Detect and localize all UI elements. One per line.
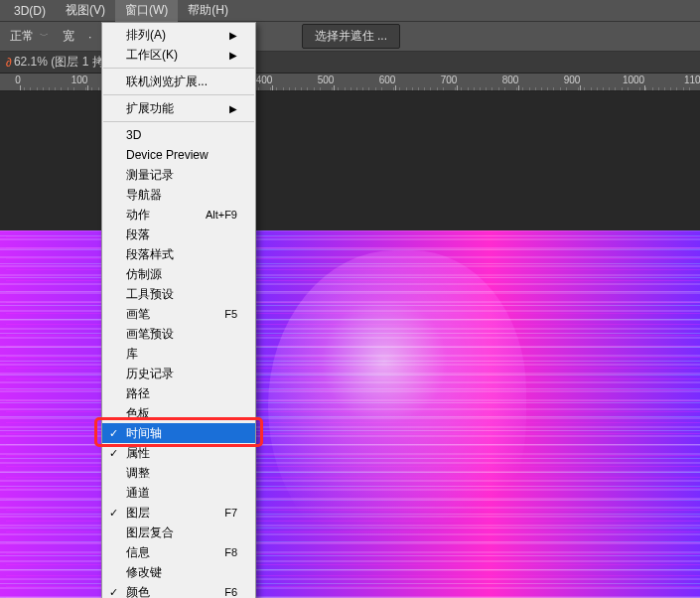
menu-item-颜色[interactable]: ✓颜色F6 (102, 582, 255, 598)
menu-item-库[interactable]: 库 (102, 344, 255, 364)
menu-item-联机浏览扩展...[interactable]: 联机浏览扩展... (102, 72, 255, 91)
menu-item-时间轴[interactable]: ✓时间轴 (102, 423, 255, 443)
menu-item-label: 仿制源 (126, 266, 162, 283)
portrait-image (268, 250, 526, 568)
menu-item-Device Preview[interactable]: Device Preview (102, 145, 255, 165)
menu-item-3D[interactable]: 3D (102, 125, 255, 145)
blend-mode-select[interactable]: 正常 ﹀ (10, 28, 49, 45)
menu-item-路径[interactable]: 路径 (102, 383, 255, 403)
menu-item-label: 调整 (126, 465, 150, 482)
menu-视图[interactable]: 视图(V) (56, 0, 115, 22)
menu-item-工作区(K)[interactable]: 工作区(K)▶ (102, 45, 255, 65)
menu-item-动作[interactable]: 动作Alt+F9 (102, 205, 255, 224)
menu-item-label: 排列(A) (126, 27, 166, 44)
menu-item-label: 通道 (126, 485, 150, 502)
menu-item-shortcut: F8 (224, 546, 237, 558)
ruler-tick: 100 (79, 75, 96, 90)
menu-item-label: 时间轴 (126, 425, 162, 442)
menu-item-仿制源[interactable]: 仿制源 (102, 264, 255, 284)
menu-item-label: 修改键 (126, 564, 162, 581)
menu-item-label: 联机浏览扩展... (126, 74, 208, 90)
document-tab-title[interactable]: 62.1% (图层 1 拷 (14, 54, 104, 71)
ruler-tick: 800 (510, 75, 527, 90)
menu-item-label: 扩展功能 (126, 100, 174, 117)
menu-item-属性[interactable]: ✓属性 (102, 443, 255, 463)
menu-item-label: 图层 (126, 505, 150, 522)
menu-item-label: 动作 (126, 207, 150, 224)
ruler-tick: 400 (264, 75, 281, 90)
submenu-arrow-icon: ▶ (229, 103, 237, 114)
menu-item-label: 色板 (126, 405, 150, 422)
menu-item-通道[interactable]: 通道 (102, 483, 255, 503)
menu-item-历史记录[interactable]: 历史记录 (102, 364, 255, 383)
ruler-tick: 900 (572, 75, 589, 90)
window-menu-dropdown: 排列(A)▶工作区(K)▶联机浏览扩展...扩展功能▶3DDevice Prev… (101, 22, 256, 598)
ruler-tick: 700 (449, 75, 466, 90)
menu-item-信息[interactable]: 信息F8 (102, 542, 255, 562)
menu-item-label: 工作区(K) (126, 47, 178, 64)
menu-item-label: Device Preview (126, 148, 209, 162)
check-icon: ✓ (109, 427, 118, 440)
check-icon: ✓ (109, 447, 118, 460)
menu-item-排列(A)[interactable]: 排列(A)▶ (102, 25, 255, 45)
menu-item-shortcut: F7 (224, 507, 237, 519)
menu-item-shortcut: Alt+F9 (206, 209, 237, 221)
menu-item-色板[interactable]: 色板 (102, 403, 255, 423)
width-label: 宽 (63, 28, 74, 45)
submenu-arrow-icon: ▶ (229, 50, 237, 61)
menu-item-label: 信息 (126, 544, 150, 561)
menu-item-label: 图层复合 (126, 524, 174, 541)
menu-item-label: 段落样式 (126, 246, 174, 263)
menu-separator (103, 94, 254, 95)
menu-item-扩展功能[interactable]: 扩展功能▶ (102, 98, 255, 118)
ruler-tick: 600 (387, 75, 404, 90)
menu-3d[interactable]: 3D(D) (4, 1, 56, 21)
menu-item-label: 段落 (126, 226, 150, 243)
menu-item-label: 画笔预设 (126, 326, 174, 343)
menu-item-label: 历史记录 (126, 366, 174, 382)
menu-item-label: 3D (126, 128, 141, 142)
menu-separator (103, 68, 254, 69)
menu-item-label: 属性 (126, 445, 150, 462)
menu-item-label: 路径 (126, 385, 150, 402)
menu-separator (103, 121, 254, 122)
menu-item-label: 工具预设 (126, 286, 174, 303)
menu-bar: 3D(D)视图(V)窗口(W)帮助(H) (0, 0, 700, 22)
ruler-tick: 1100 (695, 75, 700, 90)
menu-item-label: 库 (126, 346, 138, 363)
select-and-mask-button[interactable]: 选择并遮住 ... (302, 24, 400, 49)
menu-窗口[interactable]: 窗口(W) (115, 0, 178, 22)
menu-item-图层复合[interactable]: 图层复合 (102, 523, 255, 542)
ruler-tick: 0 (18, 75, 24, 90)
menu-item-测量记录[interactable]: 测量记录 (102, 165, 255, 185)
select-and-mask-label: 选择并遮住 ... (315, 28, 387, 45)
blend-mode-label: 正常 (10, 28, 34, 45)
menu-item-shortcut: F5 (224, 308, 237, 320)
menu-item-调整[interactable]: 调整 (102, 463, 255, 483)
ruler-tick: 500 (326, 75, 343, 90)
menu-item-label: 导航器 (126, 187, 162, 204)
check-icon: ✓ (109, 586, 118, 599)
menu-item-shortcut: F6 (224, 586, 237, 598)
menu-item-导航器[interactable]: 导航器 (102, 185, 255, 205)
menu-item-段落样式[interactable]: 段落样式 (102, 244, 255, 264)
menu-item-label: 颜色 (126, 584, 150, 599)
menu-item-图层[interactable]: ✓图层F7 (102, 503, 255, 523)
menu-item-label: 测量记录 (126, 167, 174, 184)
menu-item-修改键[interactable]: 修改键 (102, 562, 255, 582)
menu-item-画笔预设[interactable]: 画笔预设 (102, 324, 255, 344)
menu-item-工具预设[interactable]: 工具预设 (102, 284, 255, 304)
menu-item-label: 画笔 (126, 306, 150, 323)
chevron-down-icon: ﹀ (40, 30, 49, 43)
menu-item-段落[interactable]: 段落 (102, 224, 255, 244)
control-a[interactable]: · (88, 30, 91, 44)
submenu-arrow-icon: ▶ (229, 30, 237, 41)
tab-indicator-icon: ∂ (6, 56, 12, 70)
menu-item-画笔[interactable]: 画笔F5 (102, 304, 255, 324)
check-icon: ✓ (109, 507, 118, 520)
menu-帮助[interactable]: 帮助(H) (178, 0, 238, 22)
